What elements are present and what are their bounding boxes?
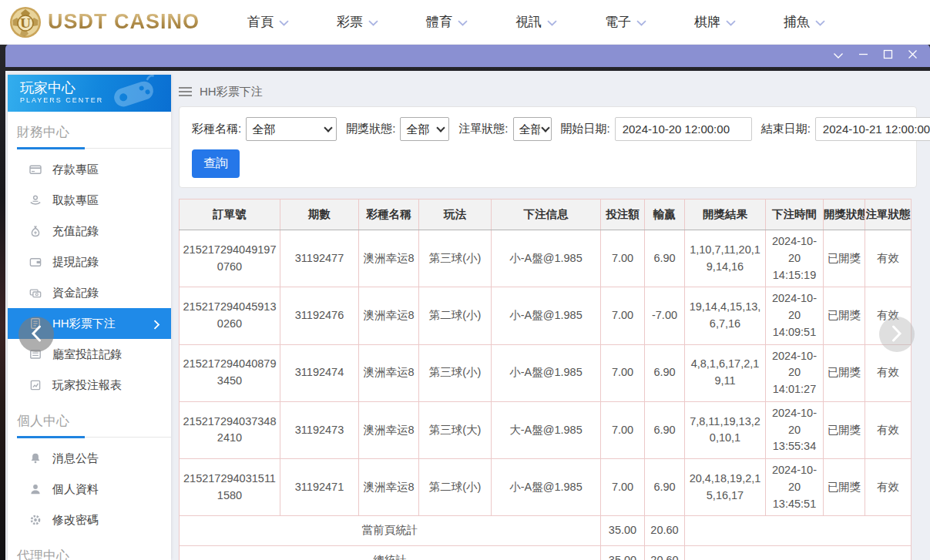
hand-money-icon bbox=[29, 194, 42, 206]
filter-row: 彩種名稱: 全部 開獎狀態: 全部 注單狀態: 全部 開始日期: 結束日期: bbox=[192, 117, 904, 141]
table-cell: 2152172940459130260 bbox=[180, 287, 280, 344]
sidebar-item-recharge-records[interactable]: 充值記錄 bbox=[8, 216, 171, 246]
nav-item-board-games[interactable]: 棋牌 bbox=[694, 13, 736, 31]
table-cell: 19,14,4,15,13,6,7,16 bbox=[685, 287, 766, 344]
column-header: 投注額 bbox=[601, 200, 645, 230]
bell-icon bbox=[29, 452, 42, 464]
chevron-down-icon bbox=[279, 18, 289, 26]
table-cell: 已開獎 bbox=[824, 287, 865, 344]
brand-logo-icon: U bbox=[9, 6, 42, 39]
end-date-input[interactable] bbox=[815, 117, 930, 141]
wallet-icon bbox=[29, 256, 42, 268]
user-icon bbox=[29, 483, 42, 495]
money-bag-icon bbox=[29, 225, 42, 237]
page-title: HH彩票下注 bbox=[200, 85, 263, 99]
chevron-down-icon bbox=[815, 18, 825, 26]
svg-text:U: U bbox=[20, 16, 31, 31]
nav-item-label: 彩票 bbox=[337, 13, 363, 31]
summary-row-total: 總統計35.0020.60 bbox=[180, 546, 912, 560]
sidebar-item-player-bet-report[interactable]: 玩家投注報表 bbox=[8, 370, 171, 401]
table-cell: 有效 bbox=[865, 344, 912, 401]
nav-item-fishing[interactable]: 捕魚 bbox=[784, 13, 825, 31]
window-minimize-button[interactable] bbox=[856, 49, 870, 62]
column-header: 注單狀態 bbox=[865, 200, 912, 230]
table-cell: 小-A盤@1.985 bbox=[492, 287, 601, 344]
order-status-select-wrap: 全部 bbox=[513, 117, 552, 141]
screen: U USDT CASINO 首頁彩票體育視訊電子棋牌捕魚 bbox=[0, 0, 930, 560]
sidebar-item-profile[interactable]: 個人資料 bbox=[8, 474, 171, 505]
banknotes-icon bbox=[29, 287, 42, 299]
summary-bet-total: 35.00 bbox=[601, 546, 645, 560]
sidebar-item-funds-records[interactable]: 資金記錄 bbox=[8, 277, 171, 308]
sidebar-item-label: HH彩票下注 bbox=[52, 317, 116, 331]
query-button[interactable]: 查詢 bbox=[192, 149, 240, 178]
table-cell: 第三球(大) bbox=[419, 401, 492, 458]
start-date-label: 開始日期: bbox=[561, 122, 610, 136]
table-row: 215217294045913026031192476澳洲幸运8第二球(小)小-… bbox=[180, 287, 912, 344]
sidebar-item-label: 資金記錄 bbox=[52, 286, 99, 300]
table-cell: 已開獎 bbox=[824, 401, 865, 458]
table-cell: 有效 bbox=[865, 459, 912, 516]
start-date-input[interactable] bbox=[615, 117, 752, 141]
sidebar-item-withdraw[interactable]: 取款專區 bbox=[8, 185, 171, 216]
sidebar-item-messages[interactable]: 消息公告 bbox=[8, 443, 171, 474]
table-cell: 2152172940408793450 bbox=[180, 344, 280, 401]
sidebar-item-change-password[interactable]: 修改密碼 bbox=[8, 505, 171, 535]
menu-icon[interactable] bbox=[179, 87, 192, 96]
brand[interactable]: U USDT CASINO bbox=[9, 6, 200, 39]
chevron-left-icon bbox=[31, 325, 42, 344]
table-cell: 澳洲幸运8 bbox=[359, 230, 419, 287]
brand-name: USDT CASINO bbox=[48, 10, 200, 34]
table-row: 215217294040879345031192474澳洲幸运8第三球(小)小-… bbox=[180, 344, 912, 401]
table-cell: 有效 bbox=[865, 230, 912, 287]
nav-item-label: 視訊 bbox=[515, 13, 542, 31]
column-header: 輸贏 bbox=[645, 200, 685, 230]
chevron-down-icon bbox=[726, 18, 736, 26]
window-controls bbox=[831, 49, 919, 62]
chevron-down-icon bbox=[547, 18, 557, 26]
window-close-button[interactable] bbox=[905, 49, 919, 62]
table-cell: 7.00 bbox=[601, 230, 645, 287]
table-cell: 7.00 bbox=[601, 459, 645, 516]
lottery-name-select[interactable]: 全部 bbox=[246, 117, 337, 141]
nav-item-slots[interactable]: 電子 bbox=[605, 13, 646, 31]
table-row: 215217294037348241031192473澳洲幸运8第三球(大)大-… bbox=[180, 401, 912, 458]
nav-item-live-video[interactable]: 視訊 bbox=[515, 13, 557, 31]
table-cell: 已開獎 bbox=[824, 230, 865, 287]
table-cell: 第三球(小) bbox=[419, 230, 492, 287]
sidebar-item-withdraw-records[interactable]: 提現記錄 bbox=[8, 246, 171, 277]
summary-empty bbox=[685, 516, 912, 546]
summary-row-current-page: 當前頁統計35.0020.60 bbox=[180, 516, 912, 546]
column-header: 下注時間 bbox=[766, 200, 824, 230]
window-collapse-button[interactable] bbox=[831, 49, 845, 62]
summary-empty bbox=[685, 546, 912, 560]
column-header: 彩種名稱 bbox=[359, 200, 419, 230]
table-cell: 2024-10-20 13:55:34 bbox=[766, 401, 824, 458]
nav-item-sports[interactable]: 體育 bbox=[426, 13, 468, 31]
window-maximize-button[interactable] bbox=[881, 49, 895, 62]
summary-label: 當前頁統計 bbox=[180, 516, 601, 546]
filter-panel: 彩種名稱: 全部 開獎狀態: 全部 注單狀態: 全部 開始日期: 結束日期: bbox=[179, 106, 917, 188]
chevron-right-icon bbox=[891, 325, 902, 344]
draw-status-select[interactable]: 全部 bbox=[400, 117, 449, 141]
window-titlebar bbox=[5, 44, 930, 67]
section-title: 財務中心 bbox=[8, 112, 171, 147]
gear-icon bbox=[29, 514, 42, 526]
order-status-select[interactable]: 全部 bbox=[513, 117, 552, 141]
table-cell: 7,8,11,19,13,20,10,1 bbox=[685, 401, 766, 458]
sidebar-item-label: 充值記錄 bbox=[52, 224, 99, 239]
table-cell: 31192476 bbox=[280, 287, 359, 344]
sidebar-item-label: 存款專區 bbox=[52, 163, 99, 177]
column-header: 開獎狀態 bbox=[824, 200, 865, 230]
collapse-sidebar-button[interactable] bbox=[18, 317, 54, 352]
maximize-icon bbox=[883, 49, 893, 62]
table-cell: 31192471 bbox=[280, 459, 359, 516]
column-header: 玩法 bbox=[419, 200, 492, 230]
column-header: 下注信息 bbox=[492, 200, 601, 230]
table-cell: 6.90 bbox=[645, 459, 685, 516]
breadcrumb: HH彩票下注 bbox=[179, 77, 917, 106]
expand-panel-button[interactable] bbox=[879, 317, 915, 352]
nav-item-home[interactable]: 首頁 bbox=[247, 13, 289, 31]
nav-item-lottery[interactable]: 彩票 bbox=[337, 13, 378, 31]
sidebar-item-deposit[interactable]: 存款專區 bbox=[8, 154, 171, 185]
